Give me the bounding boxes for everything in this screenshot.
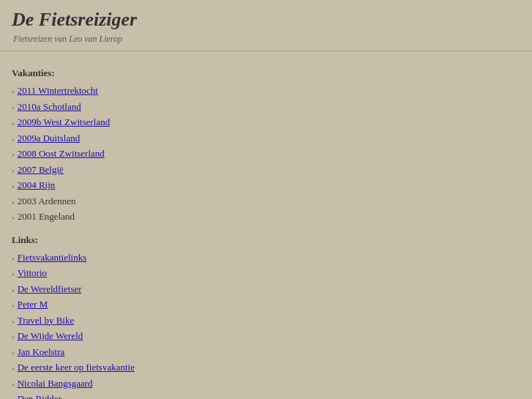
list-item: ›De Wijde Wereld [12,329,520,343]
nav-link[interactable]: Nicolai Bangsgaard [18,376,93,391]
list-item: ›2009a Duitsland [12,131,520,146]
chevron-right-icon: › [12,346,15,359]
chevron-right-icon: › [12,211,15,223]
nav-label: 2001 Engeland [18,209,75,224]
list-item: ›Jan Koelstra [12,345,520,359]
chevron-right-icon: › [12,378,15,390]
list-item: ›2001 Engeland [12,209,520,224]
chevron-right-icon: › [12,85,15,97]
chevron-right-icon: › [12,195,15,208]
nav-link[interactable]: 2008 Oost Zwitserland [18,146,105,161]
nav-label: 2003 Ardennen [18,194,76,209]
nav-link[interactable]: De Wereldfietser [18,282,82,297]
nav-link[interactable]: Peter M [18,297,48,312]
nav-link[interactable]: 2007 België [18,163,64,177]
chevron-right-icon: › [12,101,15,113]
list-item: ›Fietsvakantielinks [12,250,520,265]
chevron-right-icon: › [12,267,15,280]
nav-link[interactable]: 2009b West Zwitserland [18,115,110,130]
chevron-right-icon: › [12,393,15,399]
nav-link[interactable]: De eerste keer op fietsvakantie [18,360,135,375]
list-item: ›2010a Schotland [12,100,520,114]
chevron-right-icon: › [12,148,15,160]
chevron-right-icon: › [12,330,15,343]
list-item: ›Travel by Bike [12,313,520,328]
chevron-right-icon: › [12,179,15,192]
links-list: ›Fietsvakantielinks›Vittorio›De Wereldfi… [12,250,520,400]
site-subtitle: Fietsreizen van Leo van Lierop [13,34,520,45]
chevron-right-icon: › [12,252,15,264]
list-item: ›Peter M [12,297,520,312]
chevron-right-icon: › [12,133,15,145]
nav-link[interactable]: 2011 Wintertrektocht [18,83,98,98]
nav-link[interactable]: Travel by Bike [18,313,75,328]
site-header: De Fietsreiziger Fietsreizen van Leo van… [0,0,532,51]
list-item: ›Vittorio [12,266,520,280]
list-item: ›De eerste keer op fietsvakantie [12,360,520,375]
nav-link[interactable]: 2010a Schotland [18,100,81,114]
chevron-right-icon: › [12,315,15,327]
chevron-right-icon: › [12,362,15,374]
list-item: ›De Wereldfietser [12,282,520,297]
list-item: ›2003 Ardennen [12,194,520,209]
list-item: ›2007 België [12,163,520,177]
nav-link[interactable]: 2004 Rijn [18,178,56,193]
list-item: ›Den Ridder [12,392,520,399]
list-item: ›Nicolai Bangsgaard [12,376,520,391]
vakanties-heading: Vakanties: [12,67,520,79]
list-item: ›2009b West Zwitserland [12,115,520,130]
chevron-right-icon: › [12,283,15,296]
links-heading: Links: [12,234,520,246]
list-item: ›2008 Oost Zwitserland [12,146,520,161]
chevron-right-icon: › [12,164,15,176]
site-title: De Fietsreiziger [12,9,520,31]
main-content: Vakanties: ›2011 Wintertrektocht›2010a S… [0,51,532,399]
nav-link[interactable]: Den Ridder [18,392,61,399]
chevron-right-icon: › [12,299,15,311]
nav-link[interactable]: Vittorio [18,266,47,280]
nav-link[interactable]: Fietsvakantielinks [18,250,87,265]
nav-link[interactable]: 2009a Duitsland [18,131,80,146]
list-item: ›2004 Rijn [12,178,520,193]
nav-link[interactable]: Jan Koelstra [18,345,65,359]
list-item: ›2011 Wintertrektocht [12,83,520,98]
nav-link[interactable]: De Wijde Wereld [18,329,83,343]
vakanties-list: ›2011 Wintertrektocht›2010a Schotland›20… [12,83,520,224]
chevron-right-icon: › [12,116,15,129]
